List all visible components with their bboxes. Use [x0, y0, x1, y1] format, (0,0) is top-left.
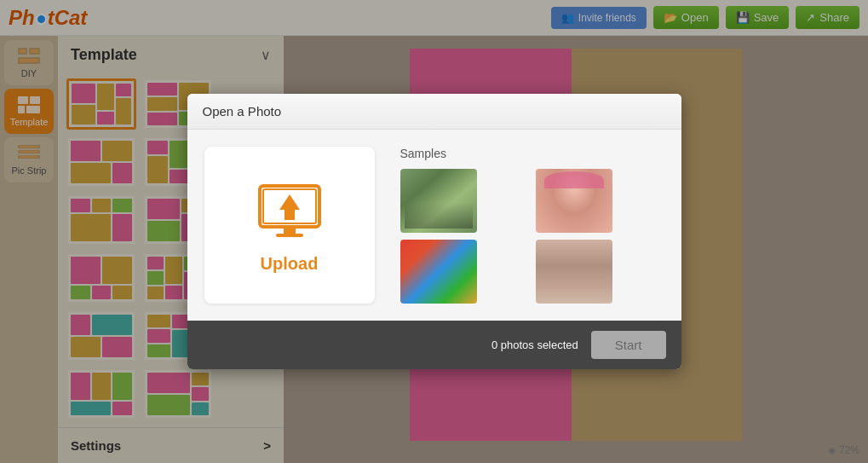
samples-grid [400, 169, 664, 304]
svg-rect-19 [276, 234, 303, 237]
modal-body: Upload Samples [187, 130, 681, 321]
samples-area: Samples [400, 147, 664, 304]
svg-rect-18 [284, 227, 296, 234]
main-layout: DIY Template Pic Strip T [0, 36, 868, 463]
upload-icon [256, 177, 324, 246]
start-button[interactable]: Start [591, 331, 666, 359]
sample-photo-1[interactable] [400, 169, 477, 233]
modal-dialog: Open a Photo [187, 94, 681, 369]
modal-footer: 0 photos selected Start [187, 321, 681, 369]
modal-title: Open a Photo [203, 104, 282, 119]
svg-marker-20 [279, 194, 300, 220]
upload-label: Upload [261, 254, 319, 274]
sample-photo-2[interactable] [536, 169, 612, 233]
samples-title: Samples [400, 147, 664, 160]
photos-selected-count: 0 photos selected [491, 339, 578, 351]
modal-overlay: Open a Photo [0, 0, 868, 463]
sample-photo-3[interactable] [400, 240, 477, 304]
modal-header: Open a Photo [187, 94, 681, 130]
sample-photo-4[interactable] [536, 240, 612, 304]
upload-area[interactable]: Upload [204, 147, 375, 304]
